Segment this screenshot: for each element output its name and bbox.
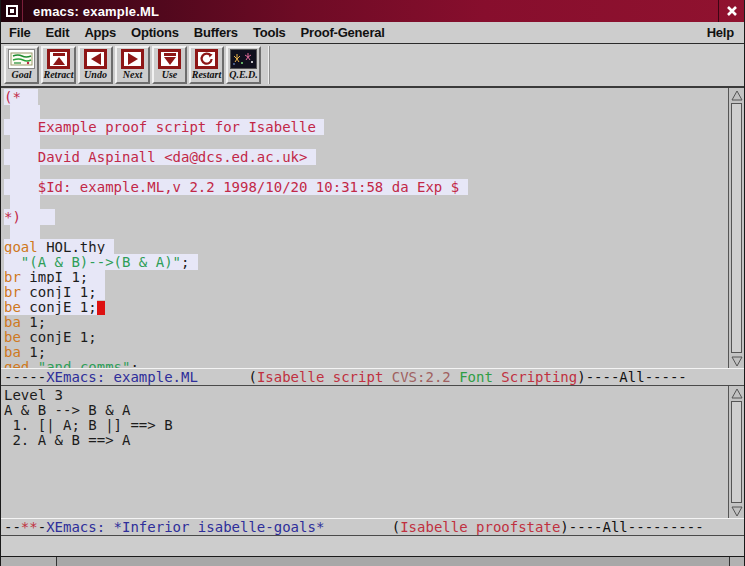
buffer-line: ba 1;	[4, 345, 728, 360]
scroll-up-arrow-icon[interactable]	[729, 88, 744, 102]
buffer-line: (*	[4, 90, 728, 105]
buffer-line: 1. [| A; B |] ==> B	[4, 418, 728, 433]
toolbar-button-retract[interactable]: Retract	[41, 46, 76, 84]
toolbar-button-goal[interactable]: Goal	[4, 46, 39, 84]
menu-bar: FileEditAppsOptionsBuffersToolsProof-Gen…	[1, 22, 744, 44]
buffer-line	[4, 195, 728, 210]
buffer-line: br impI 1;	[4, 270, 728, 285]
toolbar-button-restart[interactable]: Restart	[189, 46, 224, 84]
toolbar-button-label: Next	[123, 69, 142, 81]
retract-to-top-icon	[47, 49, 70, 69]
script-scrollbar[interactable]	[728, 88, 744, 368]
window-menu-button[interactable]	[1, 0, 23, 22]
toolbar-button-label: Undo	[84, 69, 107, 81]
buffer-line: $Id: example.ML,v 2.2 1998/10/20 10:31:5…	[4, 180, 728, 195]
undo-left-triangle-icon	[84, 49, 107, 69]
toolbar-button-use[interactable]: Use	[152, 46, 187, 84]
buffer-line: goal HOL.thy	[4, 240, 728, 255]
toolbar: Goal Retract Undo Next Use	[1, 44, 744, 88]
menu-item-edit[interactable]: Edit	[46, 25, 70, 40]
toolbar-button-qed[interactable]: Q.E.D.	[226, 46, 261, 84]
window-menu-icon	[6, 5, 18, 17]
goal-scroll-icon	[8, 49, 35, 69]
processed-region-stub	[10, 165, 40, 179]
menu-item-apps[interactable]: Apps	[84, 25, 116, 40]
goals-scrollbar[interactable]	[728, 386, 744, 518]
processed-region-stub	[10, 225, 40, 239]
buffer-line	[4, 105, 728, 120]
buffer-line: Example proof script for Isabelle	[4, 120, 728, 135]
menu-item-options[interactable]: Options	[131, 25, 179, 40]
scrollbar-thumb[interactable]	[731, 401, 742, 503]
buffer-line: David Aspinall <da@dcs.ed.ac.uk>	[4, 150, 728, 165]
buffer-line: A & B --> B & A	[4, 403, 728, 418]
script-buffer[interactable]: (* Example proof script for Isabelle Dav…	[1, 88, 728, 368]
buffer-line	[4, 135, 728, 150]
title-bar: emacs: example.ML	[1, 0, 744, 22]
goals-buffer[interactable]: Level 3A & B --> B & A 1. [| A; B |] ==>…	[1, 386, 728, 518]
qed-fireworks-icon	[230, 49, 257, 69]
close-icon	[726, 5, 738, 17]
buffer-line: "(A & B)-->(B & A)";	[4, 255, 728, 270]
buffer-line: be conjE 1;	[4, 300, 728, 315]
bottom-bar	[1, 556, 744, 566]
toolbar-button-undo[interactable]: Undo	[78, 46, 113, 84]
toolbar-button-label: Goal	[12, 69, 32, 81]
bottom-bar-right-box	[729, 557, 744, 566]
scroll-down-arrow-icon[interactable]	[729, 354, 744, 368]
scrollbar-trough[interactable]	[731, 102, 742, 354]
toolbar-button-label: Q.E.D.	[229, 69, 258, 81]
scroll-down-arrow-icon[interactable]	[729, 504, 744, 518]
next-right-triangle-icon	[121, 49, 144, 69]
buffer-line: *)	[4, 210, 728, 225]
menu-item-tools[interactable]: Tools	[253, 25, 286, 40]
toolbar-button-next[interactable]: Next	[115, 46, 150, 84]
menu-item-file[interactable]: File	[9, 25, 31, 40]
use-to-bottom-icon	[158, 49, 181, 69]
scrollbar-thumb[interactable]	[731, 103, 742, 353]
buffer-line: be conjE 1;	[4, 330, 728, 345]
menu-item-buffers[interactable]: Buffers	[194, 25, 238, 40]
toolbar-button-label: Restart	[192, 69, 221, 81]
scrollbar-trough[interactable]	[731, 400, 742, 504]
close-button[interactable]	[718, 0, 744, 22]
toolbar-button-label: Use	[162, 69, 178, 81]
processed-region-stub	[10, 195, 40, 209]
buffer-line	[4, 225, 728, 240]
toolbar-button-label: Retract	[44, 69, 74, 81]
toolbar-divider	[268, 46, 270, 84]
menu-item-proof-general[interactable]: Proof-General	[301, 25, 385, 40]
buffer-line	[4, 165, 728, 180]
minibuffer[interactable]	[1, 536, 744, 556]
xemacs-window: emacs: example.ML FileEditAppsOptionsBuf…	[0, 0, 745, 566]
buffer-line: Level 3	[4, 388, 728, 403]
text-cursor	[97, 301, 105, 315]
buffer-line: qed "and_comms";	[4, 360, 728, 368]
bottom-bar-track	[57, 557, 729, 566]
bottom-bar-left-box	[1, 557, 57, 566]
script-modeline: -----XEmacs: example.ML (Isabelle script…	[1, 368, 744, 386]
restart-cycle-icon	[195, 49, 218, 69]
scroll-up-arrow-icon[interactable]	[729, 386, 744, 400]
window-title: emacs: example.ML	[23, 4, 159, 19]
buffer-line: br conjI 1;	[4, 285, 728, 300]
buffer-line: ba 1;	[4, 315, 728, 330]
goals-modeline: --**-XEmacs: *Inferior isabelle-goals* (…	[1, 518, 744, 536]
processed-region-stub	[10, 135, 40, 149]
buffer-line: 2. A & B ==> A	[4, 433, 728, 448]
processed-region-stub	[10, 105, 40, 119]
menu-item-help[interactable]: Help	[707, 25, 734, 40]
